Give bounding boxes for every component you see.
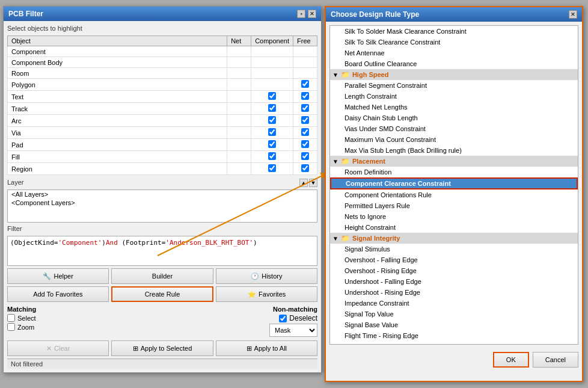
component-checkbox[interactable] bbox=[268, 152, 276, 160]
create-rule-label: Create Rule bbox=[145, 291, 180, 298]
free-checkbox[interactable] bbox=[301, 140, 309, 148]
row-free-cell bbox=[293, 139, 317, 151]
component-checkbox[interactable] bbox=[268, 92, 276, 100]
row-name: Component Body bbox=[8, 57, 227, 68]
clear-button[interactable]: ✕ Clear bbox=[7, 340, 109, 356]
tree-item[interactable]: Undershoot - Falling Edge bbox=[330, 276, 578, 287]
tree-item[interactable]: Room Definition bbox=[330, 167, 578, 177]
layer-scroll-down[interactable]: ▼ bbox=[309, 179, 317, 187]
section-label: Select objects to highlight bbox=[7, 25, 317, 32]
tree-item-label: Max Via Stub Length (Back Drilling rule) bbox=[345, 147, 462, 154]
row-net-cell bbox=[227, 68, 251, 79]
free-checkbox[interactable] bbox=[301, 164, 309, 172]
table-row: Text bbox=[8, 91, 317, 103]
layer-item-all[interactable]: <All Layers> bbox=[8, 190, 317, 199]
helper-icon: 🔧 bbox=[43, 273, 51, 280]
tree-item[interactable]: Nets to Ignore bbox=[330, 211, 578, 222]
row-component-cell bbox=[251, 163, 293, 175]
component-checkbox[interactable] bbox=[268, 164, 276, 172]
tree-item[interactable]: Component Clearance Constraint bbox=[330, 177, 578, 189]
tree-item[interactable]: Overshoot - Rising Edge bbox=[330, 265, 578, 276]
helper-button[interactable]: 🔧 Helper bbox=[7, 268, 109, 284]
zoom-label: Zoom bbox=[17, 324, 34, 331]
builder-button[interactable]: Builder bbox=[111, 268, 213, 284]
row-component-cell bbox=[251, 139, 293, 151]
tree-item-label: Length Constraint bbox=[345, 93, 397, 100]
tree-item[interactable]: Overshoot - Falling Edge bbox=[330, 254, 578, 265]
tree-group[interactable]: ▼📁Signal Integrity bbox=[330, 233, 578, 244]
tree-item[interactable]: Flight Time - Rising Edge bbox=[330, 330, 578, 341]
select-checkbox[interactable] bbox=[7, 314, 15, 322]
create-rule-button[interactable]: Create Rule bbox=[111, 286, 214, 302]
tree-group[interactable]: ▼📁High Speed bbox=[330, 69, 578, 80]
clear-label: Clear bbox=[54, 345, 70, 352]
cancel-button[interactable]: Cancel bbox=[533, 352, 578, 368]
tree-item[interactable]: Silk To Silk Clearance Constraint bbox=[330, 37, 578, 48]
tree-item[interactable]: Signal Stimulus bbox=[330, 244, 578, 254]
design-rule-close-button[interactable]: ✕ bbox=[569, 10, 577, 19]
free-checkbox[interactable] bbox=[301, 128, 309, 136]
tree-item[interactable]: Silk To Solder Mask Clearance Constraint bbox=[330, 26, 578, 37]
history-button[interactable]: 🕐 History bbox=[216, 268, 317, 284]
row-net-cell bbox=[227, 115, 251, 127]
row-net-cell bbox=[227, 57, 251, 68]
tree-item[interactable]: Signal Top Value bbox=[330, 309, 578, 319]
deselect-checkbox[interactable] bbox=[279, 315, 287, 322]
free-checkbox[interactable] bbox=[301, 116, 309, 124]
free-checkbox[interactable] bbox=[301, 92, 309, 100]
pin-button[interactable]: ▪ bbox=[297, 10, 305, 18]
component-checkbox[interactable] bbox=[268, 116, 276, 124]
layer-item-component[interactable]: <Component Layers> bbox=[8, 199, 317, 207]
tree-item[interactable]: Height Constraint bbox=[330, 222, 578, 233]
tree-item-label: Vias Under SMD Constraint bbox=[345, 125, 426, 132]
apply-selected-button[interactable]: ⊞ Apply to Selected bbox=[111, 340, 213, 356]
ok-button[interactable]: OK bbox=[493, 352, 529, 368]
free-checkbox[interactable] bbox=[301, 80, 309, 88]
free-checkbox[interactable] bbox=[301, 152, 309, 160]
tree-item[interactable]: Parallel Segment Constraint bbox=[330, 80, 578, 91]
component-checkbox[interactable] bbox=[268, 104, 276, 112]
folder-icon: 📁 bbox=[341, 157, 350, 165]
tree-item[interactable]: Net Antennae bbox=[330, 48, 578, 58]
deselect-label: Deselect bbox=[289, 314, 317, 322]
tree-item[interactable]: Daisy Chain Stub Length bbox=[330, 112, 578, 123]
tree-item[interactable]: Signal Base Value bbox=[330, 319, 578, 330]
row-name: Room bbox=[8, 68, 227, 79]
free-checkbox[interactable] bbox=[301, 104, 309, 112]
row-name: Arc bbox=[8, 115, 227, 127]
tree-group[interactable]: ▼📁Placement bbox=[330, 156, 578, 167]
favorites-button[interactable]: ⭐ Favorites bbox=[216, 286, 317, 302]
table-row: Room bbox=[8, 68, 317, 79]
tree-item[interactable]: Permitted Layers Rule bbox=[330, 200, 578, 211]
mask-dropdown[interactable]: Mask Dim None bbox=[269, 324, 317, 337]
zoom-checkbox[interactable] bbox=[7, 323, 15, 331]
tree-item[interactable]: Board Outline Clearance bbox=[330, 58, 578, 69]
design-rule-tree[interactable]: Silk To Solder Mask Clearance Constraint… bbox=[329, 25, 578, 345]
tree-item[interactable]: Component Orientations Rule bbox=[330, 189, 578, 200]
add-to-favorites-button[interactable]: Add To Favorites bbox=[7, 286, 109, 302]
tree-item[interactable]: Impedance Constraint bbox=[330, 298, 578, 309]
status-bar: Not filtered bbox=[7, 359, 317, 369]
close-button[interactable]: ✕ bbox=[308, 10, 316, 18]
apply-all-button[interactable]: ⊞ Apply to All bbox=[216, 340, 317, 356]
tree-item[interactable]: Max Via Stub Length (Back Drilling rule) bbox=[330, 145, 578, 156]
component-checkbox[interactable] bbox=[268, 140, 276, 148]
tree-item-label: Maximum Via Count Constraint bbox=[345, 136, 436, 143]
row-component-cell bbox=[251, 46, 293, 57]
tree-item-label: Signal Base Value bbox=[345, 321, 398, 328]
tree-item[interactable]: Matched Net Lengths bbox=[330, 102, 578, 112]
layer-scroll-up[interactable]: ▲ bbox=[299, 179, 308, 187]
tree-item-label: Flight Time - Falling Edge bbox=[345, 343, 420, 345]
tree-item[interactable]: Undershoot - Rising Edge bbox=[330, 287, 578, 298]
action-buttons-row2: Add To Favorites Create Rule ⭐ Favorites bbox=[7, 286, 317, 302]
row-component-cell bbox=[251, 79, 293, 91]
tree-item[interactable]: Length Constraint bbox=[330, 91, 578, 102]
tree-item-label: Flight Time - Rising Edge bbox=[345, 332, 418, 339]
tree-item-label: Nets to Ignore bbox=[345, 213, 386, 220]
tree-item[interactable]: Flight Time - Falling Edge bbox=[330, 341, 578, 345]
tree-item[interactable]: Vias Under SMD Constraint bbox=[330, 123, 578, 134]
tree-item[interactable]: Maximum Via Count Constraint bbox=[330, 134, 578, 145]
component-checkbox[interactable] bbox=[268, 128, 276, 136]
layer-list[interactable]: <All Layers> <Component Layers> bbox=[7, 189, 317, 223]
apply-all-label: Apply to All bbox=[254, 345, 287, 352]
